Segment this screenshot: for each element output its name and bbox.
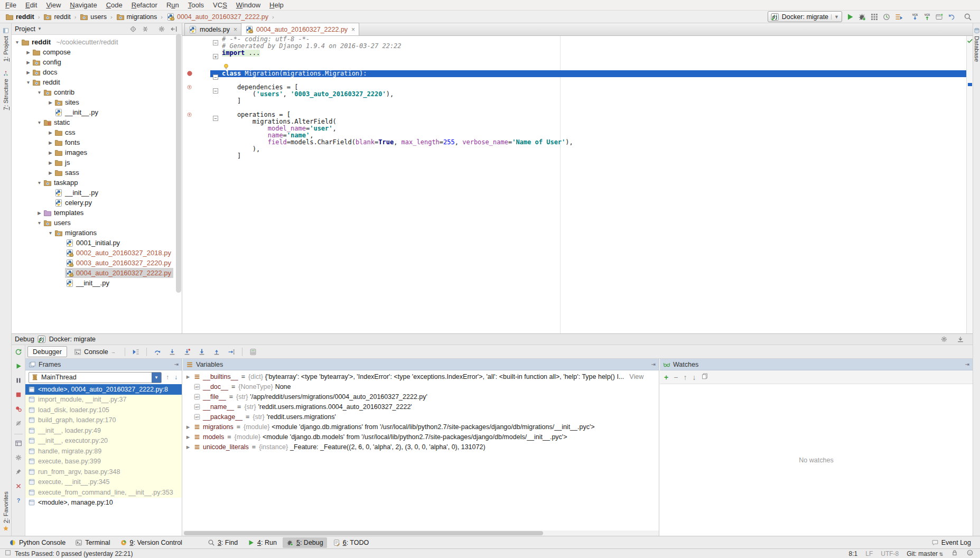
mute-button[interactable] xyxy=(15,420,22,429)
toolwindow-tab-7-structure[interactable]: 7: Structure xyxy=(3,66,9,114)
menu-help[interactable]: Help xyxy=(269,1,284,9)
editor-gutter[interactable] xyxy=(182,70,210,77)
editor-tab-models-py[interactable]: models.py× xyxy=(184,23,241,35)
collapse-arrow-icon[interactable]: ▼ xyxy=(36,220,43,226)
menu-refactor[interactable]: Refactor xyxy=(132,1,157,9)
gearsm-button[interactable] xyxy=(155,23,167,35)
expand-arrow-icon[interactable]: ▶ xyxy=(25,50,32,55)
expand-arrow-icon[interactable]: ▶ xyxy=(36,210,43,216)
editor-gutter[interactable] xyxy=(182,125,210,132)
tree-item[interactable]: ▼taskapp xyxy=(12,178,182,188)
menu-run[interactable]: Run xyxy=(166,1,179,9)
hector-widget[interactable] xyxy=(966,549,974,558)
expand-arrow-icon[interactable]: ▶ xyxy=(185,424,191,430)
collapse-arrow-icon[interactable]: ▼ xyxy=(36,180,43,185)
forcestep-button[interactable] xyxy=(195,346,208,358)
tree-item[interactable]: ▶css xyxy=(12,127,182,137)
tree-item[interactable]: ▼users xyxy=(12,218,182,228)
target-button[interactable] xyxy=(127,23,139,35)
collapse-button[interactable] xyxy=(139,23,151,35)
breadcrumb-item[interactable]: 0004_auto_20160327_2222.py xyxy=(165,13,269,21)
tree-item[interactable]: 0002_auto_20160327_2018.py xyxy=(12,248,182,258)
next-frame-button[interactable]: ↓ xyxy=(173,374,179,381)
stepout-button[interactable] xyxy=(210,346,223,358)
bug-button[interactable] xyxy=(856,11,868,23)
editor-gutter[interactable] xyxy=(182,132,210,139)
menu-view[interactable]: View xyxy=(46,1,61,9)
editor-gutter[interactable] xyxy=(182,139,210,146)
expand-arrow-icon[interactable]: ▶ xyxy=(47,150,54,155)
stepinto-button[interactable] xyxy=(166,346,179,358)
toolwindow-tab-1-project[interactable]: 1: Project xyxy=(3,23,9,66)
vcsup-button[interactable]: VCS xyxy=(921,11,933,23)
view-link[interactable]: View xyxy=(629,373,643,380)
stop-button[interactable] xyxy=(15,391,22,400)
tree-item[interactable]: ▶sites xyxy=(12,97,182,107)
expand-arrow-icon[interactable]: ▶ xyxy=(25,60,32,65)
menu-tools[interactable]: Tools xyxy=(188,1,204,9)
editor-gutter[interactable] xyxy=(182,118,210,125)
expand-arrow-icon[interactable]: ▶ xyxy=(47,130,54,135)
editor-gutter[interactable] xyxy=(182,98,210,105)
status-widget-8-1[interactable]: 8:1 xyxy=(849,550,858,557)
frame-row[interactable]: <module>, 0004_auto_20160327_2222.py:8 xyxy=(25,384,182,395)
code-area[interactable]: −# -*- coding: utf-8 -*-# Generated by D… xyxy=(182,36,966,333)
variable-row[interactable]: ab__name__={str}'reddit.users.migrations… xyxy=(183,402,659,412)
toolwindow-button-event-log[interactable]: Event Log xyxy=(928,537,975,548)
frame-row[interactable]: __init__, executor.py:20 xyxy=(25,436,182,447)
menu-edit[interactable]: Edit xyxy=(25,1,37,9)
hide-button[interactable] xyxy=(167,23,180,35)
profiler-button[interactable] xyxy=(880,11,892,23)
menu-file[interactable]: File xyxy=(5,1,16,9)
calc-button[interactable] xyxy=(247,346,259,358)
viewbp-button[interactable] xyxy=(15,405,22,414)
debug-tab-console[interactable]: Console→ xyxy=(69,346,120,357)
editor-gutter[interactable] xyxy=(182,43,210,50)
closeX-button[interactable] xyxy=(15,482,22,491)
run-configuration-combo[interactable]: dj Docker: migrate ▼ xyxy=(768,11,842,22)
variables-hscrollbar[interactable] xyxy=(183,531,659,536)
collapse-arrow-icon[interactable]: ▼ xyxy=(25,80,32,85)
run-button[interactable] xyxy=(844,11,856,23)
previous-frame-button[interactable]: ↑ xyxy=(165,374,170,381)
variable-row[interactable]: ▶unicode_literals={instance}_Feature: _F… xyxy=(183,442,659,452)
expand-arrow-icon[interactable]: ▶ xyxy=(185,444,191,450)
frame-row[interactable]: execute, __init__.py:345 xyxy=(25,477,182,488)
stepover-button[interactable] xyxy=(151,346,164,358)
move-up-button[interactable]: ↑ xyxy=(683,373,687,382)
frame-row[interactable]: load_disk, loader.py:105 xyxy=(25,405,182,415)
debug-tab-debugger[interactable]: Debugger xyxy=(27,346,67,357)
variable-row[interactable]: ab__doc__={NoneType}None xyxy=(183,382,659,392)
toolwindow-button-4-run[interactable]: 4: Run xyxy=(244,537,281,548)
tree-item[interactable]: __init__.py xyxy=(12,278,182,288)
layout-button[interactable] xyxy=(15,440,22,449)
help-button[interactable]: ? xyxy=(15,497,22,506)
toolwindow-button-5-debug[interactable]: 5: Debug xyxy=(283,537,327,548)
undo-button[interactable] xyxy=(945,11,957,23)
frame-row[interactable]: __init__, loader.py:49 xyxy=(25,425,182,436)
tree-item[interactable]: ▶config xyxy=(12,57,182,67)
toolwindow-button-terminal[interactable]: Terminal xyxy=(71,537,114,548)
status-widget-utf-8[interactable]: UTF-8 xyxy=(881,550,899,557)
expand-arrow-icon[interactable]: ▶ xyxy=(185,434,191,440)
toolwindow-button-3-find[interactable]: 3: Find xyxy=(204,537,241,548)
breadcrumb-item[interactable]: reddit xyxy=(4,13,35,21)
editor-gutter[interactable] xyxy=(182,91,210,98)
variable-row[interactable]: ab__file__={str}'/app/reddit/users/migra… xyxy=(183,392,659,402)
frame-row[interactable]: build_graph, loader.py:170 xyxy=(25,415,182,426)
tree-scrollbar[interactable] xyxy=(176,34,181,293)
breakpoint-icon[interactable] xyxy=(186,70,193,77)
menu-navigate[interactable]: Navigate xyxy=(70,1,97,9)
tree-item[interactable]: __init__.py xyxy=(12,188,182,198)
frame-row[interactable]: import_module, __init__.py:37 xyxy=(25,395,182,405)
add-watch-button[interactable]: + xyxy=(664,373,668,382)
runtocursor-button[interactable] xyxy=(225,346,238,358)
editor-gutter[interactable] xyxy=(182,105,210,111)
stepmycode-button[interactable] xyxy=(181,346,193,358)
thread-selector[interactable]: MainThread ▼ xyxy=(29,372,162,383)
panel-options-icon[interactable]: ⇥ xyxy=(174,361,179,367)
rerun-button[interactable] xyxy=(15,348,22,357)
breadcrumb-item[interactable]: users xyxy=(79,13,108,21)
tree-item[interactable]: ▼contrib xyxy=(12,87,182,97)
collapse-arrow-icon[interactable]: ▼ xyxy=(36,120,43,125)
